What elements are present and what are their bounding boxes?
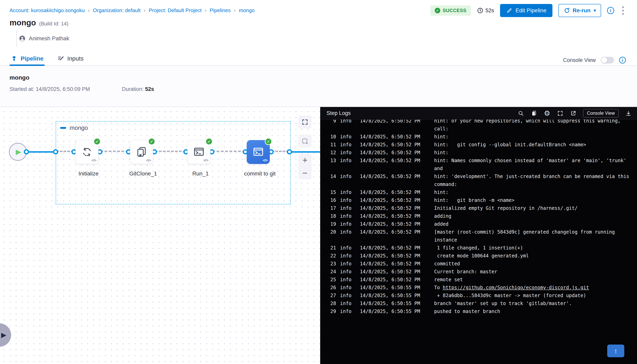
stage-summary: mongo Started at: 14/8/2025, 6:50:09 PM … bbox=[0, 66, 637, 106]
pencil-icon bbox=[506, 7, 513, 14]
rerun-button[interactable]: Re-run ▾ bbox=[558, 4, 601, 17]
breadcrumb-project[interactable]: Project: Default Project bbox=[149, 7, 202, 14]
tab-inputs[interactable]: Inputs bbox=[56, 52, 85, 66]
edge-dashed bbox=[155, 151, 186, 152]
duration-indicator: 52s bbox=[477, 7, 494, 14]
log-timestamp: 14/8/2025, 6:50:52 PM bbox=[360, 149, 422, 156]
edit-pipeline-button[interactable]: Edit Pipeline bbox=[500, 4, 552, 17]
log-level: info bbox=[340, 196, 353, 204]
log-timestamp: 14/8/2025, 6:50:52 PM bbox=[360, 260, 422, 268]
step-logs-title: Step Logs bbox=[326, 110, 351, 116]
step-node-gitclone[interactable]: ✓ </> bbox=[130, 140, 153, 164]
stage-duration: Duration: 52s bbox=[122, 86, 154, 92]
canvas-select-button[interactable] bbox=[298, 134, 312, 148]
node-port bbox=[53, 149, 58, 154]
log-row: command: bbox=[328, 180, 637, 188]
scroll-to-top-button[interactable]: ↑ bbox=[607, 344, 624, 357]
log-message: hint: of your new repositories, which wi… bbox=[434, 120, 620, 125]
settings-gear-icon[interactable]: ⚙ bbox=[544, 110, 550, 117]
log-level bbox=[340, 236, 353, 244]
breadcrumb-account[interactable]: Account: kurosakiichigo.songoku bbox=[10, 7, 85, 14]
status-badge-label: SUCCESS bbox=[443, 8, 466, 13]
log-line-number: 9 bbox=[328, 120, 336, 125]
breadcrumb-pipelines[interactable]: Pipelines bbox=[210, 7, 231, 14]
download-icon[interactable] bbox=[625, 110, 632, 117]
step-node-run[interactable]: ✓ </> bbox=[188, 140, 210, 164]
log-line-number: 28 bbox=[328, 300, 336, 308]
canvas-fullscreen-button[interactable] bbox=[298, 116, 312, 128]
zoom-in-button[interactable]: + bbox=[298, 154, 312, 166]
yaml-code-icon: </> bbox=[146, 158, 151, 162]
rerun-label: Re-run bbox=[573, 7, 590, 14]
log-line-number bbox=[328, 164, 336, 172]
log-line-number: 19 bbox=[328, 220, 336, 228]
log-message: + 82a6dbb...5843d9c master -> master (fo… bbox=[434, 292, 586, 300]
log-link[interactable]: https://github.com/Sonichigo/economy-dis… bbox=[443, 285, 589, 290]
refresh-icon bbox=[564, 7, 570, 14]
tab-bar: Pipeline Inputs bbox=[0, 52, 637, 66]
step-node-commit-to-git[interactable]: ✓ </> bbox=[247, 140, 270, 164]
log-level: info bbox=[340, 149, 353, 156]
log-body[interactable]: 9info14/8/2025, 6:50:52 PMhint: of your … bbox=[320, 120, 637, 364]
log-row: 24info14/8/2025, 6:50:52 PMCurrent branc… bbox=[328, 268, 637, 276]
zoom-out-button[interactable]: − bbox=[298, 166, 312, 180]
yaml-code-icon: </> bbox=[263, 158, 268, 162]
log-line-number: 10 bbox=[328, 133, 336, 141]
log-level: info bbox=[340, 308, 353, 315]
log-row: 11info14/8/2025, 6:50:52 PMhint: git con… bbox=[328, 141, 637, 149]
log-line-number: 26 bbox=[328, 284, 336, 292]
success-check-icon: ✓ bbox=[206, 138, 212, 145]
step-logs-panel: Step Logs ⚙ Console View bbox=[320, 107, 637, 364]
pipeline-canvas[interactable]: mongo ▶ ✓ bbox=[0, 107, 320, 364]
copy-icon[interactable] bbox=[530, 110, 537, 117]
breadcrumb-separator: › bbox=[144, 7, 146, 14]
tab-pipeline-label: Pipeline bbox=[21, 55, 44, 62]
log-row: 23info14/8/2025, 6:50:52 PMcommitted bbox=[328, 260, 637, 268]
log-message: pushed to master branch bbox=[434, 308, 500, 315]
console-view-info-icon[interactable]: i bbox=[619, 57, 626, 64]
log-level bbox=[340, 180, 353, 188]
breadcrumb-organization[interactable]: Organization: default bbox=[93, 7, 140, 14]
yaml-code-icon: </> bbox=[92, 158, 96, 162]
log-line-number: 21 bbox=[328, 244, 336, 252]
console-view-button[interactable]: Console View bbox=[583, 109, 619, 118]
console-view-toggle[interactable] bbox=[601, 57, 614, 64]
breadcrumb-pipeline-name[interactable]: mongo bbox=[239, 7, 255, 14]
edge-end-solid bbox=[290, 151, 320, 153]
log-message: committed bbox=[434, 260, 460, 268]
log-message: Current branch: master bbox=[434, 268, 497, 276]
log-level: info bbox=[340, 244, 353, 252]
panel-expand-handle[interactable]: ▶ bbox=[0, 323, 11, 347]
log-row: 15info14/8/2025, 6:50:52 PMhint: bbox=[328, 188, 637, 196]
info-icon[interactable]: i bbox=[607, 7, 614, 14]
duration-value: 52s bbox=[486, 8, 494, 14]
log-row: 21info14/8/2025, 6:50:52 PM 1 file chang… bbox=[328, 244, 637, 252]
log-timestamp: 14/8/2025, 6:50:52 PM bbox=[360, 212, 422, 220]
log-row: 19info14/8/2025, 6:50:52 PMadded bbox=[328, 220, 637, 228]
log-message: hint: bbox=[434, 133, 448, 141]
log-rows: 9info14/8/2025, 6:50:52 PMhint: of your … bbox=[328, 120, 637, 315]
log-row: 26info14/8/2025, 6:50:55 PMTo https://gi… bbox=[328, 284, 637, 292]
stage-group-label: mongo bbox=[70, 124, 88, 131]
clock-icon bbox=[477, 7, 484, 14]
tab-pipeline[interactable]: Pipeline bbox=[10, 52, 45, 66]
log-row: 22info14/8/2025, 6:50:52 PM create mode … bbox=[328, 252, 637, 260]
open-external-icon[interactable] bbox=[570, 110, 577, 117]
log-message: To https://github.com/Sonichigo/economy-… bbox=[434, 284, 589, 292]
step-node-initialize[interactable]: ✓ </> bbox=[76, 140, 98, 164]
log-message: Initialized empty Git repository in /har… bbox=[434, 204, 578, 212]
edge-dashed bbox=[56, 151, 74, 152]
log-level: info bbox=[340, 212, 353, 220]
inputs-edit-icon bbox=[57, 55, 64, 62]
author-row: Animesh Pathak bbox=[16, 30, 69, 47]
log-timestamp: 14/8/2025, 6:50:52 PM bbox=[360, 228, 422, 236]
fullscreen-icon[interactable] bbox=[557, 110, 564, 117]
log-message: hint: git config --global init.defaultBr… bbox=[434, 141, 586, 149]
collapse-group-icon[interactable] bbox=[60, 127, 66, 129]
log-level: info bbox=[340, 284, 353, 292]
log-timestamp: 14/8/2025, 6:50:52 PM bbox=[360, 133, 422, 141]
log-level: info bbox=[340, 268, 353, 276]
log-row: 20info14/8/2025, 6:50:52 PM[master (root… bbox=[328, 228, 637, 236]
more-options-menu[interactable] bbox=[620, 5, 626, 16]
search-icon[interactable] bbox=[518, 110, 524, 117]
